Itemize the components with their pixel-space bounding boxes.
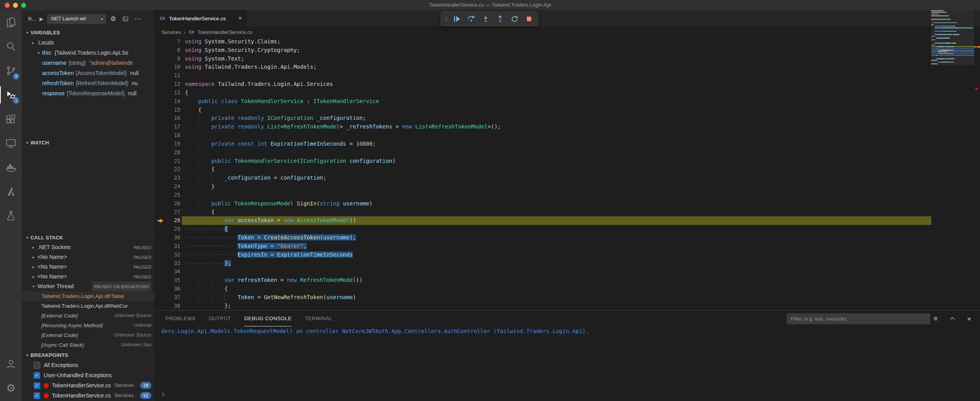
variable-row[interactable]: username[string]:"admin@tailwindtr [22,58,155,68]
drag-handle-icon[interactable] [443,14,450,23]
code-line[interactable]: 24 } [155,182,980,191]
code-line[interactable]: 23 _configuration = configuration; [155,174,980,182]
code-line[interactable]: 13{ [155,89,980,97]
call-stack-section-header[interactable]: ▾ CALL STACK [22,232,155,242]
variable-row[interactable]: ▸this:{Tailwind.Traders.Login.Api.Se [22,48,155,58]
code-line[interactable]: 15 { [155,106,980,114]
minimap[interactable] [931,10,974,283]
scope-locals[interactable]: ▾ Locals [22,37,155,48]
activity-item-remote-explorer[interactable] [0,131,22,155]
code-line[interactable]: 31················TokenType = "bearer", [155,242,980,251]
activity-item-azure[interactable] [0,180,22,204]
activity-item-search[interactable] [0,34,22,59]
stop-button[interactable] [522,12,536,26]
breakpoint-checkbox[interactable]: ✓ [34,382,40,389]
code-line[interactable]: 26 public TokenResponseModel SignIn(stri… [155,200,980,208]
code-line[interactable]: 29············{ [155,225,980,233]
close-tab-icon[interactable]: × [238,15,242,21]
call-stack-frame[interactable]: Tailwind.Traders.Login.Api.dll!NetCor [22,301,155,311]
call-stack-frame[interactable]: [Resuming Async Method]Unknow [22,321,155,330]
code-line[interactable]: 25 [155,191,980,200]
call-stack-thread[interactable]: ▾Worker ThreadPAUSED ON BREAKPOINT [22,282,155,291]
code-line[interactable]: 35 var refreshToken = new RefreshTokenMo… [155,276,980,285]
step-into-button[interactable] [478,12,493,26]
step-over-button[interactable] [464,12,478,26]
code-line[interactable]: 12namespace Tailwind.Traders.Login.Api.S… [155,80,980,89]
code-line[interactable]: 10using Tailwind.Traders.Login.Api.Model… [155,63,980,71]
activity-item-docker[interactable] [0,155,22,180]
panel-tab-output[interactable]: OUTPUT [209,311,231,326]
panel-tab-debug-console[interactable]: DEBUG CONSOLE [244,311,292,326]
console-prompt-icon[interactable] [160,392,167,398]
gear-icon[interactable]: ⚙ [110,15,117,22]
tab-tokenhandlerservice[interactable]: C# TokenHandlerService.cs × [155,10,247,27]
breadcrumb-folder[interactable]: Services [162,29,181,35]
call-stack-thread[interactable]: ▸<No Name>PAUSED [22,262,155,272]
code-line[interactable]: 33············}; [155,259,980,268]
code-line[interactable]: 30················Token = CreateAccessTo… [155,233,980,242]
code-line[interactable]: 17 private readonly List<RefreshTokenMod… [155,123,980,131]
call-stack-frame[interactable]: Tailwind.Traders.Login.Api.dll!Tailwi [22,291,155,301]
code-line[interactable]: 27 { [155,208,980,217]
code-line[interactable]: 16 private readonly IConfiguration _conf… [155,114,980,123]
code-line[interactable]: 34 [155,267,980,276]
call-stack-frame[interactable]: [Async Call Stack]Unknown Sou [22,340,155,350]
code-line[interactable]: 19 private const int ExpirationTimeInSec… [155,140,980,148]
activity-item-accounts[interactable] [0,352,22,376]
code-line[interactable]: 32················ExpiresIn = Expiration… [155,251,980,259]
overview-ruler[interactable] [974,10,980,283]
call-stack-thread[interactable]: ▸.NET SocketsPAUSED [22,242,155,252]
watch-section-header[interactable]: ▾ WATCH [22,137,155,148]
breakpoint-row[interactable]: ✓TokenHandlerService.csServices52 [22,390,155,401]
breakpoint-checkbox[interactable]: ✓ [34,372,40,379]
breakpoint-checkbox[interactable] [34,362,40,369]
maximize-panel-icon[interactable] [948,315,956,323]
minimap-slider[interactable] [931,10,974,65]
variables-section-header[interactable]: ▾ VARIABLES [22,27,155,37]
variable-row[interactable]: accessToken[AccessTokenModel]:null [22,68,155,78]
launch-config-select[interactable]: .NET Launch wit ▾ [47,14,106,24]
call-stack-frame[interactable]: [External Code]Unknown Source [22,311,155,321]
start-debugging-button[interactable]: ▶ [39,16,43,22]
code-line[interactable]: 28 var accessToken = new AccessTokenMode… [155,216,980,225]
breakpoint-row[interactable]: All Exceptions [22,360,155,370]
list-icon[interactable]: ≡ [932,315,939,323]
call-stack-thread[interactable]: ▸<No Name>PAUSED [22,252,155,262]
breadcrumb-file[interactable]: TokenHandlerService.cs [197,29,252,35]
code-line[interactable]: 37 Token = GetNewRefreshToken(username) [155,293,980,302]
console-filter-input[interactable] [786,313,930,324]
code-editor[interactable]: 7using System.Security.Claims;8using Sys… [155,37,980,310]
variable-row[interactable]: refreshToken[RefreshTokenModel]:nu [22,78,155,88]
activity-item-testing[interactable] [0,204,22,228]
activity-item-settings[interactable]: ⚙ [0,376,22,400]
variable-row[interactable]: response[TokenResponseModel]:null [22,88,155,98]
continue-button[interactable] [450,12,464,26]
more-icon[interactable]: ⋯ [134,15,141,22]
breakpoint-row[interactable]: ✓User-Unhandled Exceptions [22,370,155,380]
panel-tab-terminal[interactable]: TERMINAL [305,311,333,326]
activity-item-explorer[interactable] [0,10,22,34]
breakpoint-row[interactable]: ✓TokenHandlerService.csServices28 [22,380,155,390]
code-line[interactable]: 7using System.Security.Claims; [155,37,980,46]
code-line[interactable]: 21 public TokenHandlerService(IConfigura… [155,157,980,166]
call-stack-thread[interactable]: ▸<No Name>PAUSED [22,272,155,282]
close-panel-icon[interactable]: × [965,315,973,323]
panel-tab-problems[interactable]: PROBLEMS [165,311,196,326]
code-line[interactable]: 20 [155,148,980,157]
code-line[interactable]: 36 { [155,285,980,293]
breakpoints-section-header[interactable]: ▾ BREAKPOINTS [22,350,155,360]
code-line[interactable]: 8using System.Security.Cryptography; [155,46,980,55]
breakpoint-checkbox[interactable]: ✓ [34,392,40,399]
step-out-button[interactable] [493,12,507,26]
restart-button[interactable] [507,12,522,26]
activity-item-extensions[interactable] [0,107,22,131]
code-line[interactable]: 38 }; [155,302,980,310]
repl-icon[interactable] [122,15,129,22]
activity-item-source-control[interactable]: 9 [0,59,22,83]
activity-item-run-and-debug[interactable]: 1 [0,83,22,107]
breadcrumb[interactable]: Services › C# TokenHandlerService.cs [155,27,980,37]
call-stack-frame[interactable]: [External Code]Unknown Source [22,330,155,340]
code-line[interactable]: 22 { [155,165,980,174]
code-line[interactable]: 9using System.Text; [155,55,980,63]
code-line[interactable]: 11 [155,71,980,80]
